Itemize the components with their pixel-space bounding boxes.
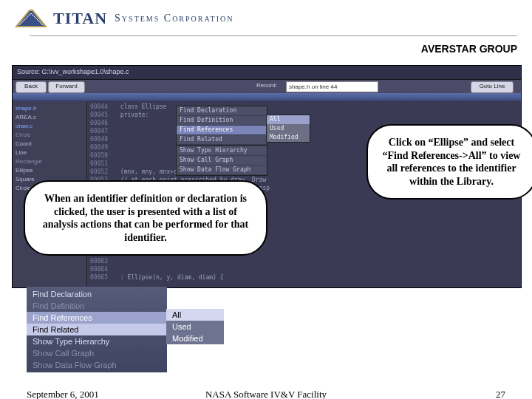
sidebar-item[interactable]: Rectangle (16, 157, 83, 166)
context-menu-item[interactable]: Show Call Graph (177, 156, 267, 166)
analysis-menu-item[interactable]: Show Type Hierarchy (27, 335, 167, 347)
toolbar: Back Forward Record: shape.h on line 44 … (13, 80, 521, 93)
context-submenu-item[interactable]: All (267, 115, 310, 124)
context-submenu[interactable]: AllUsedModified (266, 115, 310, 143)
slide: TITAN Systems Corporation AVERSTAR GROUP… (0, 0, 532, 399)
forward-button[interactable]: Forward (48, 81, 85, 93)
analysis-menu-item[interactable]: Find Declaration (27, 288, 167, 300)
logo-systems: Systems Corporation (115, 13, 233, 24)
context-menu[interactable]: Find DeclarationFind DefinitionFind Refe… (176, 106, 267, 176)
analysis-submenu-item[interactable]: Used (166, 321, 224, 332)
analysis-menu-item[interactable]: Find Definition (27, 300, 167, 312)
analysis-menu-item[interactable]: Find Related (27, 324, 167, 335)
footer-center: NASA Software IV&V Facility (27, 389, 505, 399)
sidebar-item[interactable]: AREA.c (16, 113, 83, 122)
page-number: 27 (496, 389, 505, 399)
back-button[interactable]: Back (16, 81, 47, 93)
sidebar-item[interactable]: Coord (16, 140, 83, 149)
analysis-menu[interactable]: Find DeclarationFind DefinitionFind Refe… (27, 287, 167, 372)
context-submenu-item[interactable]: Used (267, 124, 310, 133)
titan-logo-icon (15, 7, 47, 30)
sidebar-item[interactable]: Circle (16, 131, 83, 140)
group-label: AVERSTAR GROUP (421, 43, 517, 55)
callout-left: When an identifier definition or declara… (24, 180, 267, 256)
logo-row: TITAN Systems Corporation (15, 7, 532, 37)
logo: TITAN Systems Corporation (15, 7, 532, 30)
context-menu-item[interactable]: Show Data Flow Graph (177, 166, 267, 175)
context-menu-item[interactable]: Find References (177, 126, 267, 135)
sidebar-item[interactable]: Line (16, 149, 83, 157)
code-line: 00044 class Ellipse (90, 103, 518, 111)
code-line: 00064 (90, 265, 518, 273)
sidebar-item[interactable]: draw.c (16, 122, 83, 131)
callout-right: Click on “Ellipse” and select “Find Refe… (366, 124, 532, 200)
analysis-submenu-item[interactable]: Modified (166, 332, 224, 344)
code-line: 00065 : Ellipse(n, y, diam, diam) { (90, 273, 518, 282)
context-menu-item[interactable]: Find Related (177, 135, 267, 145)
analysis-menu-item[interactable]: Show Call Graph (27, 347, 167, 359)
goto-line-button[interactable]: Goto Line (471, 81, 514, 93)
title-bar: Source: G:\ivv_workshape1.0\shape.c (13, 66, 521, 80)
analysis-menu-item[interactable]: Find References (27, 312, 167, 324)
record-label: Record: (256, 82, 277, 89)
sidebar-item[interactable]: Ellipse (16, 166, 83, 175)
logo-titan: TITAN (53, 9, 107, 28)
analysis-menu-item[interactable]: Show Data Flow Graph (27, 359, 167, 371)
code-line: 00063 (90, 257, 518, 265)
context-menu-item[interactable]: Find Definition (177, 116, 267, 126)
context-menu-item[interactable]: Show Type Hierarchy (177, 146, 267, 156)
header-rule (30, 35, 517, 36)
analysis-submenu[interactable]: AllUsedModified (166, 309, 224, 344)
sidebar-item[interactable]: shape.h (16, 104, 83, 113)
record-field[interactable]: shape.h on line 44 (286, 81, 378, 92)
context-submenu-item[interactable]: Modified (267, 133, 310, 142)
window-title: Source: G:\ivv_workshape1.0\shape.c (17, 68, 129, 75)
context-menu-item[interactable]: Find Declaration (177, 106, 267, 116)
blue-bar (13, 93, 521, 100)
analysis-submenu-item[interactable]: All (166, 309, 224, 321)
